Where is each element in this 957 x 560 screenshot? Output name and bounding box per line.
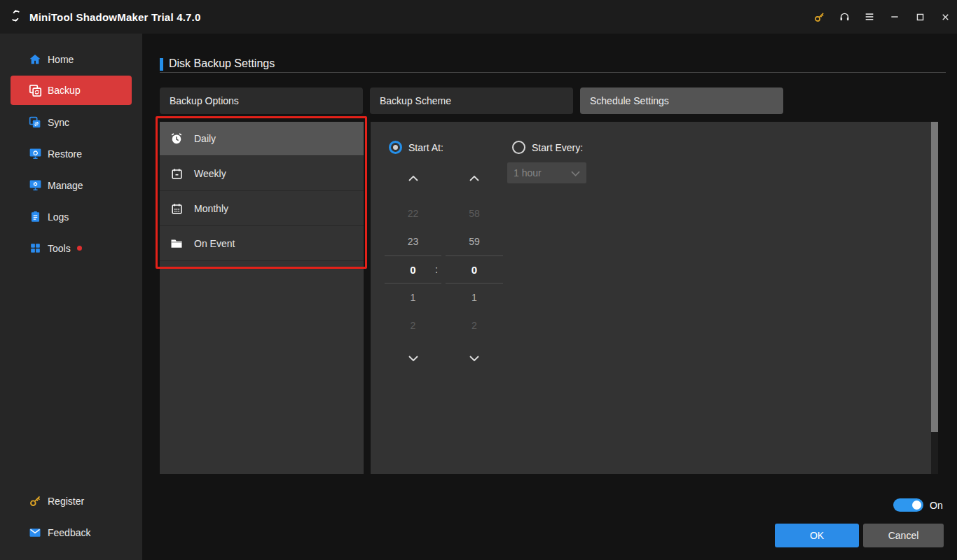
app-window: MiniTool ShadowMaker Trial 4.7.0 Home [0, 0, 957, 560]
minute-up-icon[interactable] [446, 164, 503, 192]
hour-value[interactable]: 2 [385, 312, 441, 340]
sidebar-item-label: Logs [48, 211, 69, 223]
alarm-clock-icon [170, 132, 184, 146]
sidebar-item-manage[interactable]: Manage [11, 171, 132, 200]
folder-icon [170, 237, 184, 251]
minute-down-icon[interactable] [446, 344, 503, 372]
title-accent-bar [160, 58, 163, 71]
sidebar-item-logs[interactable]: Logs [11, 202, 132, 231]
page-title: Disk Backup Settings [169, 57, 275, 70]
minute-value[interactable]: 2 [446, 312, 503, 340]
option-label: Monthly [194, 203, 228, 214]
sync-icon [27, 115, 43, 130]
option-on-event[interactable]: On Event [160, 227, 364, 261]
option-monthly[interactable]: Monthly [160, 192, 364, 226]
time-separator: : [431, 255, 442, 284]
tools-icon [27, 241, 43, 256]
option-label: Weekly [194, 168, 226, 179]
tab-label: Backup Options [170, 95, 239, 106]
minute-value[interactable]: 59 [446, 227, 503, 255]
backup-icon [27, 83, 43, 98]
home-icon [27, 52, 43, 67]
minute-picker-column: 58 59 0 1 2 [446, 164, 503, 372]
interval-dropdown[interactable]: 1 hour [507, 162, 586, 183]
toggle-state-label: On [930, 500, 943, 511]
sidebar: Home Backup Sync Restore Manage [0, 34, 142, 560]
calendar-week-icon [170, 167, 184, 181]
tab-label: Backup Scheme [380, 95, 451, 106]
sidebar-item-label: Backup [48, 85, 81, 96]
scrollbar-thumb[interactable] [931, 122, 938, 432]
menu-icon[interactable] [857, 0, 882, 34]
sidebar-item-label: Tools [48, 243, 71, 254]
radio-unselected-icon [512, 141, 525, 154]
sidebar-item-backup[interactable]: Backup [11, 76, 132, 105]
start-every-label: Start Every: [532, 142, 583, 153]
logs-icon [27, 209, 43, 225]
header-divider [160, 72, 946, 73]
sidebar-item-home[interactable]: Home [11, 45, 132, 74]
vertical-scrollbar[interactable] [931, 122, 938, 474]
register-key-icon [27, 493, 43, 509]
option-daily[interactable]: Daily [160, 122, 364, 156]
sidebar-item-feedback[interactable]: Feedback [11, 518, 132, 547]
minute-value[interactable]: 58 [446, 200, 503, 227]
start-at-label: Start At: [408, 142, 443, 153]
tab-label: Schedule Settings [590, 95, 669, 106]
notification-dot [77, 246, 82, 251]
option-weekly[interactable]: Weekly [160, 157, 364, 191]
titlebar: MiniTool ShadowMaker Trial 4.7.0 [0, 0, 957, 34]
sidebar-item-restore[interactable]: Restore [11, 139, 132, 168]
mail-icon [27, 525, 43, 540]
sidebar-item-tools[interactable]: Tools [11, 234, 132, 262]
sidebar-item-label: Home [48, 54, 74, 65]
option-label: Daily [194, 133, 216, 144]
option-label: On Event [194, 238, 235, 249]
titlebar-left: MiniTool ShadowMaker Trial 4.7.0 [8, 0, 201, 34]
sidebar-item-label: Restore [48, 148, 82, 160]
window-title: MiniTool ShadowMaker Trial 4.7.0 [29, 11, 201, 23]
ok-button[interactable]: OK [775, 524, 859, 547]
start-every-radio[interactable]: Start Every: [512, 141, 583, 154]
cancel-button[interactable]: Cancel [863, 524, 944, 547]
calendar-month-icon [170, 202, 184, 216]
interval-value: 1 hour [514, 167, 542, 178]
schedule-settings-panel: Start At: Start Every: 1 hour 22 23 0 1 … [371, 122, 932, 474]
minimize-icon[interactable] [882, 0, 907, 34]
hour-up-icon[interactable] [385, 164, 441, 192]
start-at-radio[interactable]: Start At: [389, 141, 443, 154]
key-icon[interactable] [806, 0, 832, 34]
hour-value[interactable]: 22 [385, 200, 441, 227]
headset-icon[interactable] [832, 0, 857, 34]
tab-backup-options[interactable]: Backup Options [160, 88, 363, 114]
schedule-toggle[interactable] [893, 498, 923, 512]
sidebar-item-label: Sync [48, 117, 69, 128]
restore-icon [27, 146, 43, 162]
close-icon[interactable] [932, 0, 957, 34]
schedule-options-panel: Daily Weekly Monthly On Event [160, 122, 364, 474]
sidebar-item-label: Manage [48, 180, 83, 191]
hour-value[interactable]: 1 [385, 284, 441, 312]
minute-value-selected[interactable]: 0 [446, 255, 503, 284]
tab-schedule-settings[interactable]: Schedule Settings [580, 88, 783, 114]
sidebar-item-sync[interactable]: Sync [11, 108, 132, 136]
hour-value[interactable]: 23 [385, 227, 441, 255]
chevron-down-icon [571, 167, 580, 179]
tab-backup-scheme[interactable]: Backup Scheme [370, 88, 573, 114]
toggle-knob [912, 500, 921, 510]
sidebar-item-label: Feedback [48, 527, 90, 538]
radio-selected-icon [389, 141, 402, 154]
maximize-icon[interactable] [907, 0, 932, 34]
manage-icon [27, 178, 43, 193]
sidebar-item-label: Register [48, 496, 84, 507]
hour-down-icon[interactable] [385, 344, 441, 372]
app-logo-icon [8, 8, 23, 26]
sidebar-item-register[interactable]: Register [11, 486, 132, 515]
minute-value[interactable]: 1 [446, 284, 503, 312]
